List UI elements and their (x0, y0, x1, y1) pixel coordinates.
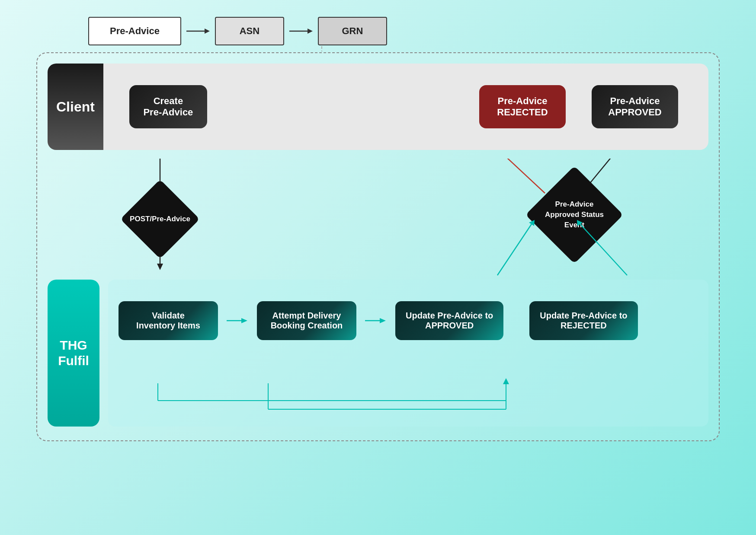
post-preadvice-diamond-wrapper: POST/Pre-Advice (121, 180, 199, 258)
dashed-container: Client CreatePre-Advice Pre-AdviceREJECT… (36, 52, 720, 441)
validate-inventory-label: ValidateInventory Items (136, 311, 200, 330)
update-rejected-box: Update Pre-Advice toREJECTED (529, 301, 637, 340)
client-label-box: Client (48, 64, 103, 150)
pre-advice-box: Pre-Advice (88, 17, 181, 45)
update-rejected-label: Update Pre-Advice toREJECTED (540, 311, 627, 330)
svg-marker-3 (308, 29, 313, 34)
arrow-preadvice-asn (186, 27, 210, 35)
client-label: Client (56, 99, 95, 115)
create-preadvice-box: CreatePre-Advice (129, 85, 207, 128)
arrow-validate-attempt (227, 315, 248, 326)
approved-label: Pre-AdviceAPPROVED (608, 96, 661, 118)
asn-box: ASN (215, 17, 284, 45)
update-approved-box: Update Pre-Advice toAPPROVED (395, 301, 503, 340)
arrow-asn-grn (289, 27, 313, 35)
update-approved-label: Update Pre-Advice toAPPROVED (406, 311, 493, 330)
main-container: Pre-Advice ASN GRN (23, 17, 733, 518)
preadvice-status-diamond-wrapper: Pre-AdviceApproved StatusEvent (527, 167, 622, 262)
grn-box: GRN (318, 17, 387, 45)
thg-label-box: THGFulfil (48, 280, 99, 427)
attempt-delivery-box: Attempt DeliveryBooking Creation (257, 301, 356, 340)
preadvice-status-label: Pre-AdviceApproved StatusEvent (545, 199, 604, 230)
arrow-attempt-update (365, 315, 387, 326)
svg-marker-1 (205, 29, 210, 34)
rejected-box: Pre-AdviceREJECTED (479, 85, 566, 128)
feedback-arrows (108, 375, 708, 427)
thg-content: ValidateInventory Items Attempt Delivery… (108, 280, 708, 427)
svg-marker-8 (157, 264, 163, 270)
thg-label: THGFulfil (58, 338, 89, 369)
post-preadvice-label: POST/Pre-Advice (130, 214, 190, 224)
validate-inventory-box: ValidateInventory Items (119, 301, 218, 340)
thg-section: THGFulfil ValidateInventory Items (48, 280, 708, 427)
middle-section: POST/Pre-Advice Pre-AdviceApproved Statu… (48, 159, 708, 280)
svg-marker-25 (503, 378, 509, 384)
client-content: CreatePre-Advice Pre-AdviceREJECTED Pre-… (103, 64, 708, 150)
create-preadvice-label: CreatePre-Advice (143, 96, 193, 118)
svg-marker-19 (241, 318, 247, 323)
svg-marker-21 (380, 318, 386, 323)
attempt-delivery-label: Attempt DeliveryBooking Creation (271, 311, 343, 330)
rejected-label: Pre-AdviceREJECTED (497, 96, 548, 118)
client-section: Client CreatePre-Advice Pre-AdviceREJECT… (48, 64, 708, 150)
approved-box: Pre-AdviceAPPROVED (592, 85, 678, 128)
